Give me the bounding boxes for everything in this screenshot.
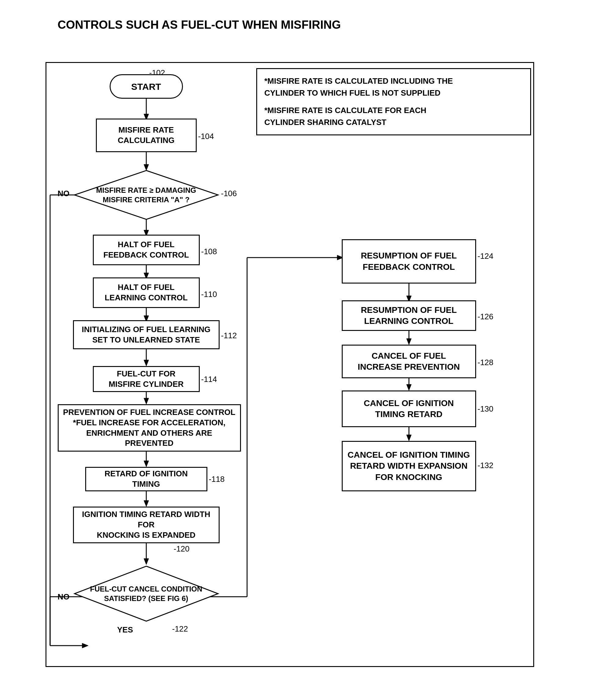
- ref-120: -120: [174, 544, 190, 554]
- ref-104: -104: [198, 132, 214, 141]
- node-108: HALT OF FUELFEEDBACK CONTROL: [93, 235, 200, 265]
- node-128: CANCEL OF FUELINCREASE PREVENTION: [342, 345, 476, 378]
- ref-114: -114: [201, 375, 217, 384]
- start-node: START: [110, 74, 183, 99]
- ref-132: -132: [478, 461, 493, 470]
- ref-124: -124: [478, 251, 493, 261]
- svg-marker-19: [144, 461, 149, 467]
- label-no-122: NO: [58, 592, 69, 602]
- node-106-diamond: MISFIRE RATE ≥ DAMAGINGMISFIRE CRITERIA …: [73, 169, 220, 221]
- node-132: CANCEL OF IGNITION TIMINGRETARD WIDTH EX…: [342, 441, 476, 491]
- node-112: INITIALIZING OF FUEL LEARNINGSET TO UNLE…: [73, 320, 220, 349]
- svg-marker-37: [407, 435, 411, 441]
- ref-130: -130: [478, 404, 493, 414]
- node-126: RESUMPTION OF FUELLEARNING CONTROL: [342, 300, 476, 331]
- node-114: FUEL-CUT FORMISFIRE CYLINDER: [93, 366, 200, 392]
- node-124: RESUMPTION OF FUELFEEDBACK CONTROL: [342, 239, 476, 284]
- label-no-106: NO: [58, 189, 69, 198]
- diagram: *MISFIRE RATE IS CALCULATED INCLUDING TH…: [33, 50, 552, 691]
- label-yes-122: YES: [117, 625, 133, 635]
- svg-marker-7: [82, 643, 88, 648]
- note-line1: *MISFIRE RATE IS CALCULATED INCLUDING TH…: [265, 75, 523, 99]
- ref-112: -112: [221, 331, 237, 340]
- ref-110: -110: [201, 290, 217, 299]
- ref-128: -128: [478, 358, 493, 367]
- node-104: MISFIRE RATECALCULATING: [96, 118, 197, 152]
- svg-marker-35: [407, 384, 411, 390]
- svg-marker-17: [144, 398, 149, 404]
- page: CONTROLS SUCH AS FUEL-CUT WHEN MISFIRING: [33, 18, 583, 691]
- node-118: RETARD OF IGNITION TIMING: [85, 467, 207, 491]
- ref-122: -122: [172, 624, 188, 634]
- svg-marker-33: [407, 339, 411, 345]
- svg-marker-23: [144, 559, 149, 565]
- svg-marker-15: [144, 360, 149, 366]
- page-title: CONTROLS SUCH AS FUEL-CUT WHEN MISFIRING: [58, 18, 583, 32]
- svg-marker-21: [144, 500, 149, 507]
- ref-126: -126: [478, 312, 493, 322]
- node-119: IGNITION TIMING RETARD WIDTH FORKNOCKING…: [73, 507, 220, 543]
- ref-108: -108: [201, 247, 217, 257]
- ref-106: -106: [221, 189, 237, 198]
- node-130: CANCEL OF IGNITIONTIMING RETARD: [342, 390, 476, 427]
- note-line2: *MISFIRE RATE IS CALCULATE FOR EACHCYLIN…: [265, 104, 523, 128]
- node-122-diamond: FUEL-CUT CANCEL CONDITIONSATISFIED? (SEE…: [73, 565, 220, 623]
- ref-118: -118: [209, 475, 225, 484]
- node-110: HALT OF FUELLEARNING CONTROL: [93, 277, 200, 308]
- node-116: PREVENTION OF FUEL INCREASE CONTROL*FUEL…: [58, 404, 241, 452]
- note-box: *MISFIRE RATE IS CALCULATED INCLUDING TH…: [256, 68, 531, 135]
